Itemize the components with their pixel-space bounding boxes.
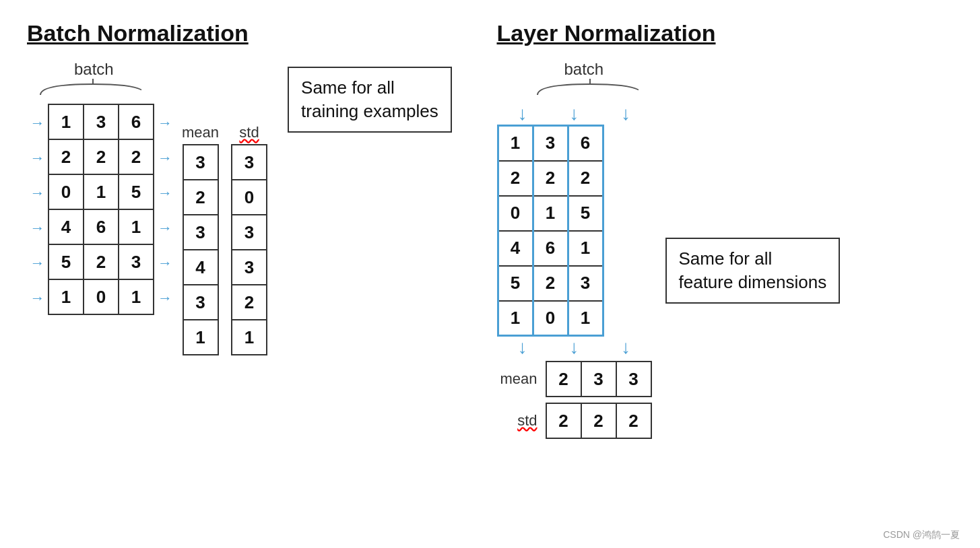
right-mean-label: mean [497,370,537,388]
std-col: std 303321 [231,124,267,355]
mean-row: mean 233 [497,361,652,397]
right-std-table: 222 [546,403,652,439]
left-matrix-wrapper: →136→→222→→015→→461→→523→→101→ [27,104,175,315]
layer-norm-section: Layer Normalization batch ↓ ↓ ↓ 13622201… [497,20,954,439]
main-container: Batch Normalization batch →136→→222→→015… [0,0,980,548]
arrow-down-bot-1: ↓ [505,337,540,358]
arrow-down-3: ↓ [608,103,643,125]
left-std-table: 303321 [231,144,267,355]
down-arrow-row-bottom: ↓ ↓ ↓ [497,337,652,358]
brace-svg-right [531,79,639,98]
mean-header: mean [182,124,219,141]
batch-norm-title: Batch Normalization [27,20,484,46]
down-arrow-row: ↓ ↓ ↓ [497,103,652,125]
batch-norm-section: Batch Normalization batch →136→→222→→015… [27,20,497,355]
arrow-down-bot-2: ↓ [556,337,591,358]
batch-label-right: batch [564,60,954,79]
layer-norm-title: Layer Normalization [497,20,954,46]
right-mean-table: 233 [546,361,652,397]
std-header: std [239,124,259,141]
left-callout-box: Same for all training examples [288,67,452,133]
left-main-row: →136→→222→→015→→461→→523→→101→ mean 3234… [27,104,267,355]
batch-label-left: batch [74,60,267,79]
watermark: CSDN @鸿鹄一夏 [883,529,960,541]
std-row: std 222 [497,403,652,439]
arrow-down-1: ↓ [505,103,540,125]
left-matrix: →136→→222→→015→→461→→523→→101→ [27,104,175,315]
arrow-down-bot-3: ↓ [608,337,643,358]
right-callout-box: Same for all feature dimensions [665,238,841,304]
arrow-down-2: ↓ [556,103,591,125]
brace-svg-left [34,79,141,98]
right-std-label: std [497,412,537,430]
right-matrix: 136222015461523101 [497,125,604,337]
mean-col: mean 323431 [182,124,219,355]
right-callout-text: Same for all feature dimensions [679,248,827,292]
left-mean-table: 323431 [183,144,219,355]
left-callout-text: Same for all training examples [301,77,438,121]
mean-std-area: mean 323431 std 303321 [182,124,267,355]
